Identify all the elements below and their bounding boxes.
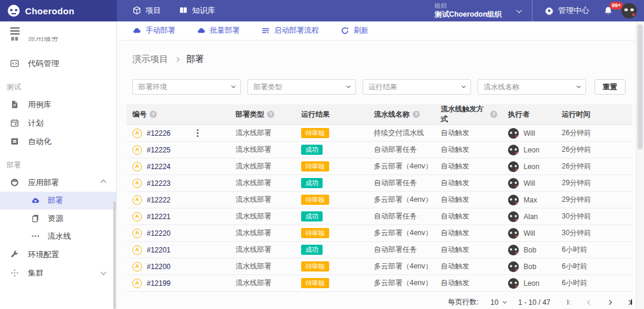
status-badge: 成功 (301, 245, 323, 255)
table-row[interactable]: A #12201 流水线部署 成功 自动部署任务 自动触发 Bob 6小时前 (126, 242, 632, 258)
sidebar-item-plan[interactable]: 计划 (0, 114, 116, 132)
status-badge: 待审核 (301, 261, 329, 271)
sidebar-item-code-manage[interactable]: 代码管理 (0, 54, 116, 73)
help-icon[interactable]: ? (490, 111, 497, 118)
run-time-cell: 26分钟前 (556, 158, 632, 175)
trigger-type-cell: 自动触发 (435, 142, 502, 158)
table-row[interactable]: A #12200 流水线部署 待审核 多云部署（4env） 自动触发 Bob 6… (126, 258, 632, 275)
pipeline-name-cell: 持续交付流水线 (368, 125, 435, 142)
first-page-button[interactable] (567, 299, 572, 305)
table-row[interactable]: A #12199 流水线部署 待审核 多云部署（4env） 自动触发 Leon … (126, 275, 632, 292)
gear-icon (544, 6, 554, 15)
refresh-button[interactable]: 刷新 (340, 26, 369, 36)
sidebar-item-app-service[interactable]: 应用服务 (0, 37, 116, 46)
deploy-id[interactable]: #12225 (147, 146, 171, 154)
env-initial-icon: A (132, 162, 142, 171)
rows-per-page-select[interactable]: 10 (491, 298, 506, 307)
sidebar-item-label: 应用服务 (28, 37, 59, 43)
deploy-id[interactable]: #12220 (147, 229, 171, 238)
table-row[interactable]: A #12225 流水线部署 成功 自动部署任务 自动触发 Leon 26分钟前 (126, 142, 632, 158)
book-icon (179, 6, 188, 15)
executor-name: Bob (524, 263, 536, 271)
executor-avatar (508, 278, 519, 289)
sidebar-item-deploy[interactable]: 部署 (0, 192, 116, 210)
sidebar-item-test-cases[interactable]: 用例库 (0, 95, 116, 114)
sidebar-item-label: 用例库 (28, 99, 51, 110)
page-scrollbar[interactable] (636, 21, 644, 309)
pipeline-name-cell: 自动部署任务 (368, 208, 435, 225)
deployments-table: 编号? 部署类型? 运行结果 流水线名称? 流水线触发方式? 执行者 运行时间 … (126, 104, 632, 292)
env-initial-icon: A (132, 145, 142, 155)
table-row[interactable]: A #12226 流水线部署 待审核 持续交付流水线 自动触发 Will 26分… (126, 125, 632, 142)
logo[interactable]: Choerodon (0, 0, 117, 21)
refresh-label: 刷新 (354, 26, 369, 36)
filter-bar: 部署环境 部署类型 运行结果 流水线名称 重置 (132, 79, 636, 95)
deploy-id[interactable]: #12226 (147, 129, 171, 138)
cluster-icon (10, 269, 20, 278)
manual-deploy-button[interactable]: 手动部署 (132, 26, 175, 36)
filter-deploy-env[interactable]: 部署环境 (132, 79, 241, 95)
table-row[interactable]: A #12224 流水线部署 待审核 多云部署（4env） 自动触发 Leon … (126, 158, 632, 175)
refresh-icon (340, 26, 350, 36)
notifications-button[interactable]: 99+ (601, 0, 621, 21)
batch-deploy-button[interactable]: 批量部署 (197, 26, 240, 36)
deploy-id[interactable]: #12199 (147, 279, 171, 288)
scrollbar-thumb[interactable] (637, 24, 643, 149)
last-page-button[interactable] (627, 299, 632, 305)
executor-name: Leon (524, 163, 540, 171)
cloud-icon (197, 26, 206, 36)
prev-page-button[interactable] (588, 301, 592, 304)
filter-run-result[interactable]: 运行结果 (363, 79, 471, 95)
sidebar-item-automation[interactable]: 自动化 (0, 132, 116, 151)
content-area: 演示项目 部署 部署环境 部署类型 运行结果 流水线名称 重置 (117, 40, 636, 309)
help-icon[interactable]: ? (150, 111, 157, 118)
sidebar-scrollbar[interactable] (113, 201, 116, 309)
sidebar-item-app-deploy[interactable]: 应用部署 (0, 173, 116, 192)
nav-knowledge-label: 知识库 (192, 5, 215, 16)
next-page-button[interactable] (608, 301, 611, 304)
executor-name: Will (524, 179, 535, 188)
deploy-id[interactable]: #12224 (147, 163, 171, 171)
admin-center-button[interactable]: 管理中心 (532, 0, 601, 21)
executor-avatar (508, 145, 519, 155)
filter-placeholder: 运行结果 (369, 82, 397, 92)
col-result: 运行结果 (301, 110, 330, 120)
sidebar-item-env-config[interactable]: 环境配置 (0, 245, 116, 264)
deploy-id[interactable]: #12200 (147, 263, 171, 271)
run-time-cell: 26分钟前 (556, 125, 632, 142)
start-pipeline-label: 启动部署流程 (274, 26, 319, 36)
nav-project[interactable]: 项目 (132, 5, 161, 16)
breadcrumb-project[interactable]: 演示项目 (132, 54, 168, 65)
start-pipeline-button[interactable]: 启动部署流程 (261, 26, 319, 36)
pipeline-name-cell: 多云部署（4env） (368, 192, 435, 208)
reset-button[interactable]: 重置 (595, 79, 626, 95)
deploy-id[interactable]: #12222 (147, 196, 171, 204)
table-row[interactable]: A #12221 流水线部署 成功 自动部署任务 自动触发 Alan 30分钟前 (126, 208, 632, 225)
user-avatar[interactable] (621, 3, 637, 18)
row-menu-icon[interactable] (197, 129, 199, 137)
trigger-type-cell: 自动触发 (435, 258, 502, 275)
filter-pipeline-name[interactable]: 流水线名称 (478, 79, 586, 95)
sidebar-item-cluster[interactable]: 集群 (0, 264, 116, 282)
sidebar-item-resource[interactable]: 资源 (0, 210, 116, 227)
help-icon[interactable]: ? (267, 111, 274, 118)
nav-knowledge-base[interactable]: 知识库 (179, 5, 215, 16)
filter-deploy-type[interactable]: 部署类型 (247, 79, 356, 95)
pipeline-name-cell: 多云部署（4env） (368, 225, 435, 242)
trigger-type-cell: 自动触发 (435, 208, 502, 225)
status-badge: 待审核 (301, 195, 329, 205)
org-switcher[interactable]: 组织 测试Choerodon组织 (431, 0, 532, 21)
table-row[interactable]: A #12222 流水线部署 待审核 多云部署（4env） 自动触发 Max 2… (126, 192, 632, 208)
deploy-id[interactable]: #12221 (147, 213, 171, 221)
caret-down-icon (503, 299, 507, 304)
run-time-cell: 26分钟前 (556, 142, 632, 158)
help-icon[interactable]: ? (413, 111, 420, 118)
table-row[interactable]: A #12223 流水线部署 成功 自动部署任务 自动触发 Will 29分钟前 (126, 175, 632, 192)
deploy-type-cell: 流水线部署 (230, 275, 295, 292)
menu-toggle-icon[interactable] (10, 27, 20, 35)
pipeline-name-cell: 多云部署（4env） (368, 258, 435, 275)
deploy-id[interactable]: #12201 (147, 246, 171, 254)
deploy-id[interactable]: #12223 (147, 179, 171, 188)
table-row[interactable]: A #12220 流水线部署 待审核 多云部署（4env） 自动触发 Will … (126, 225, 632, 242)
sidebar-item-pipeline[interactable]: 流水线 (0, 227, 116, 245)
